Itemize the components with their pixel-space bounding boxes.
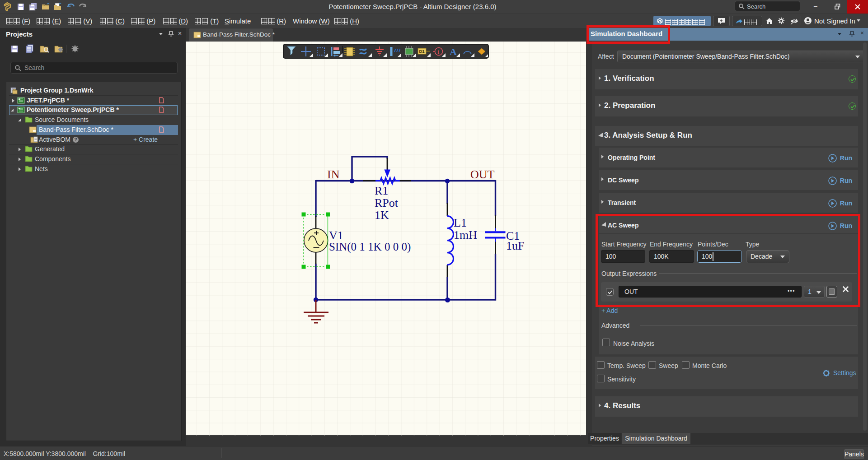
svg-text:SIN(0 1 1K 0 0 0): SIN(0 1 1K 0 0 0): [329, 241, 411, 253]
svg-text:R1: R1: [375, 184, 388, 197]
svg-text:L1: L1: [454, 216, 467, 229]
svg-text:1uF: 1uF: [506, 239, 524, 252]
svg-text:V1: V1: [329, 229, 343, 242]
svg-text:i: i: [438, 48, 440, 55]
svg-text:IN: IN: [327, 168, 340, 181]
svg-text:1K: 1K: [375, 209, 389, 222]
svg-text:1mH: 1mH: [454, 228, 477, 242]
svg-text:RPot: RPot: [375, 196, 399, 209]
svg-text:A: A: [450, 46, 457, 57]
svg-text:OUT: OUT: [470, 168, 495, 181]
svg-text:D1: D1: [419, 49, 425, 54]
